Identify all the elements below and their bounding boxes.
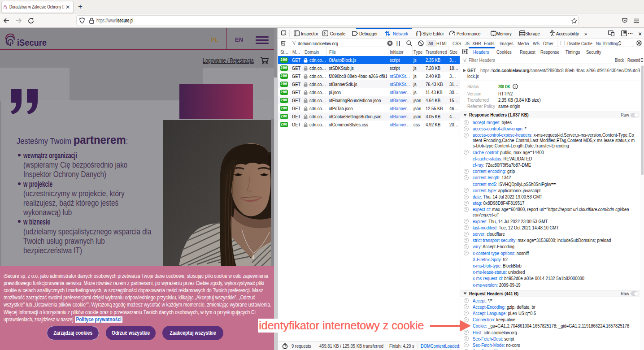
svg-text:?: ? [514,84,516,88]
svg-text:{}: {} [415,30,422,37]
